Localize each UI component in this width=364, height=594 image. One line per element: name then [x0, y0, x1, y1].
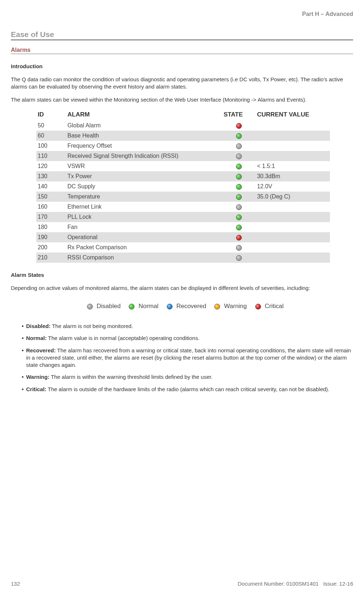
cell-id: 200 [36, 242, 66, 253]
part-label: Part H – Advanced [11, 11, 353, 17]
cell-state [222, 192, 256, 202]
cell-id: 50 [36, 120, 66, 131]
cell-alarm: Received Signal Strength Indication (RSS… [66, 151, 222, 161]
section-ease-of-use: Ease of Use [11, 30, 353, 40]
cell-value [256, 141, 330, 151]
list-item: Recovered: The alarm has recovered from … [22, 347, 353, 369]
list-item: Disabled: The alarm is not being monitor… [22, 323, 353, 330]
cell-state [222, 232, 256, 242]
th-alarm: ALARM [66, 109, 222, 120]
cell-alarm: Operational [66, 232, 222, 242]
cell-state [222, 131, 256, 141]
doc-issue: Issue: 12-16 [323, 581, 353, 587]
table-row: 100Frequency Offset [36, 141, 330, 151]
cell-alarm: DC Supply [66, 181, 222, 192]
cell-value [256, 202, 330, 212]
doc-info: Document Number: 0100SM1401 Issue: 12-16 [237, 581, 353, 587]
definition-desc: The alarm value is in normal (acceptable… [47, 335, 200, 341]
definition-term: Disabled: [26, 323, 51, 329]
state-dot-icon [236, 255, 242, 261]
state-dot-icon [236, 204, 242, 210]
table-row: 130Tx Power30.3dBm [36, 171, 330, 181]
page-number: 132 [11, 581, 20, 587]
table-row: 110Received Signal Strength Indication (… [36, 151, 330, 161]
table-row: 200Rx Packet Comparison [36, 242, 330, 253]
cell-state [222, 181, 256, 192]
definition-desc: The alarm is not being monitored. [51, 323, 133, 329]
cell-value: < 1.5:1 [256, 161, 330, 171]
table-row: 140DC Supply12.0V [36, 181, 330, 192]
state-dot-icon [236, 123, 242, 129]
definition-desc: The alarm has recovered from a warning o… [26, 347, 351, 368]
state-dot-icon [236, 225, 242, 230]
th-state: STATE [222, 109, 256, 120]
cell-value [256, 151, 330, 161]
cell-state [222, 253, 256, 263]
state-dot-icon [236, 245, 242, 251]
alarm-table: ID ALARM STATE CURRENT VALUE 50Global Al… [36, 109, 330, 263]
state-dot-icon [236, 194, 242, 200]
state-legend: Disabled Normal Recovered Warning Critic… [11, 303, 353, 310]
heading-alarm-states: Alarm States [11, 272, 353, 278]
cell-state [222, 120, 256, 131]
cell-id: 150 [36, 192, 66, 202]
list-item: Warning: The alarm is within the warning… [22, 373, 353, 381]
normal-icon [129, 304, 135, 310]
table-row: 170PLL Lock [36, 212, 330, 222]
intro-paragraph-2: The alarm states can be viewed within th… [11, 96, 353, 103]
cell-value: 12.0V [256, 181, 330, 192]
cell-value: 30.3dBm [256, 171, 330, 181]
state-dot-icon [236, 174, 242, 180]
cell-state [222, 212, 256, 222]
cell-id: 170 [36, 212, 66, 222]
cell-id: 60 [36, 131, 66, 141]
table-row: 160Ethernet Link [36, 202, 330, 212]
cell-value [256, 242, 330, 253]
cell-id: 120 [36, 161, 66, 171]
cell-value [256, 232, 330, 242]
table-row: 190Operational [36, 232, 330, 242]
definition-term: Normal: [26, 335, 47, 341]
state-dot-icon [236, 164, 242, 169]
list-item: Critical: The alarm is outside of the ha… [22, 386, 353, 393]
cell-id: 100 [36, 141, 66, 151]
cell-id: 130 [36, 171, 66, 181]
cell-alarm: Temperature [66, 192, 222, 202]
heading-introduction: Introduction [11, 63, 353, 69]
subsection-alarms: Alarms [11, 47, 353, 54]
cell-state [222, 171, 256, 181]
alarm-table-container: ID ALARM STATE CURRENT VALUE 50Global Al… [36, 109, 353, 263]
cell-alarm: Tx Power [66, 171, 222, 181]
recovered-icon [167, 304, 173, 310]
legend-warning: Warning [224, 303, 247, 310]
state-dot-icon [236, 133, 242, 139]
page-footer: 132 Document Number: 0100SM1401 Issue: 1… [11, 581, 353, 587]
cell-state [222, 202, 256, 212]
disabled-icon [87, 304, 93, 310]
legend-critical: Critical [265, 303, 284, 310]
definition-term: Recovered: [26, 347, 56, 353]
cell-alarm: RSSI Comparison [66, 253, 222, 263]
legend-normal: Normal [138, 303, 158, 310]
states-intro-paragraph: Depending on active values of monitored … [11, 284, 353, 292]
cell-value [256, 222, 330, 232]
cell-alarm: Frequency Offset [66, 141, 222, 151]
cell-value [256, 212, 330, 222]
cell-value [256, 253, 330, 263]
definition-desc: The alarm is within the warning threshol… [49, 374, 212, 380]
cell-alarm: Base Health [66, 131, 222, 141]
intro-paragraph-1: The Q data radio can monitor the conditi… [11, 76, 353, 91]
cell-alarm: PLL Lock [66, 212, 222, 222]
state-dot-icon [236, 184, 242, 190]
cell-id: 190 [36, 232, 66, 242]
cell-alarm: VSWR [66, 161, 222, 171]
th-value: CURRENT VALUE [256, 109, 330, 120]
table-row: 180Fan [36, 222, 330, 232]
definition-term: Warning: [26, 374, 49, 380]
th-id: ID [36, 109, 66, 120]
cell-id: 210 [36, 253, 66, 263]
cell-alarm: Ethernet Link [66, 202, 222, 212]
doc-number: Document Number: 0100SM1401 [237, 581, 318, 587]
cell-id: 160 [36, 202, 66, 212]
legend-recovered: Recovered [176, 303, 206, 310]
